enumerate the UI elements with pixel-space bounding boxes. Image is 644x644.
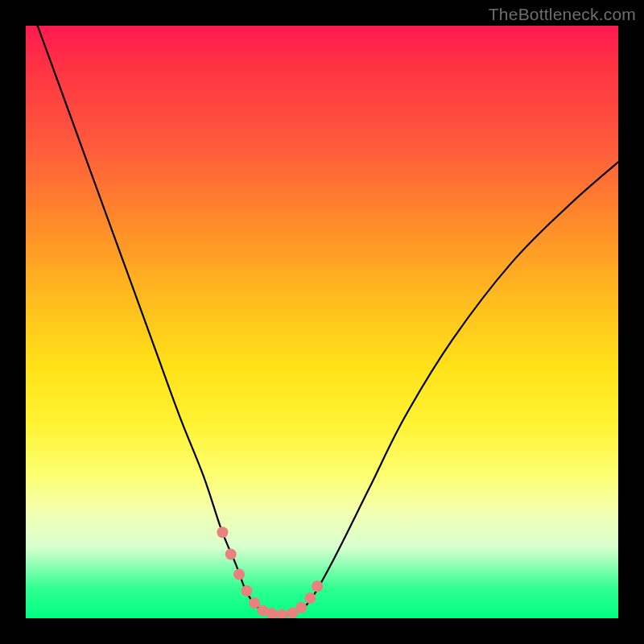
curve-marker	[276, 609, 287, 618]
curve-marker	[312, 580, 323, 592]
chart-svg	[26, 26, 618, 618]
curve-marker	[225, 549, 237, 560]
curve-marker	[249, 597, 260, 609]
chart-frame: TheBottleneck.com	[0, 0, 644, 644]
curve-marker	[295, 602, 307, 613]
curve-marker	[233, 569, 245, 580]
curve-marker	[242, 585, 253, 597]
plot-area	[26, 26, 618, 618]
watermark-text: TheBottleneck.com	[489, 5, 636, 24]
bottleneck-curve	[38, 26, 618, 615]
curve-marker	[217, 526, 228, 538]
curve-marker	[304, 592, 316, 604]
